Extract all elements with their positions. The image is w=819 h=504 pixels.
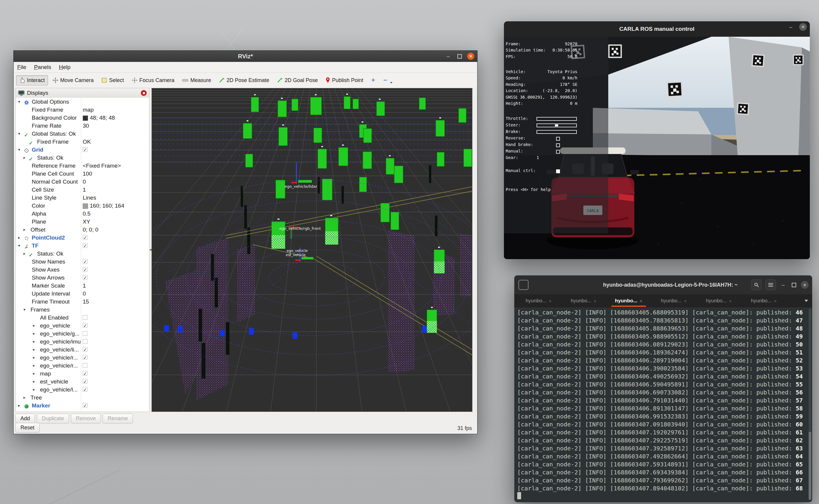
- row-frame-rate[interactable]: Frame Rate30: [16, 122, 149, 130]
- terminal-tab-5[interactable]: hyunbo...: [696, 294, 741, 307]
- row-pointcloud2[interactable]: PointCloud2: [16, 234, 149, 242]
- menu-help[interactable]: Help: [59, 64, 70, 70]
- checkbox[interactable]: [83, 235, 87, 240]
- row-frame-ego-imu[interactable]: ego_vehicle/imu: [16, 338, 149, 346]
- tab-close-icon[interactable]: [594, 298, 596, 304]
- expander-icon[interactable]: [23, 154, 25, 162]
- tab-overflow-chevron-icon[interactable]: [804, 300, 808, 302]
- checkbox[interactable]: [83, 379, 87, 384]
- remove-tool-button[interactable]: −: [380, 76, 391, 85]
- row-tf-status[interactable]: ✓Status: Ok: [16, 250, 149, 258]
- expander-icon[interactable]: [23, 226, 25, 234]
- reset-button[interactable]: Reset: [15, 423, 39, 433]
- checkbox[interactable]: [83, 371, 87, 376]
- panel-close-icon[interactable]: [141, 90, 147, 96]
- tool-2d-pose-estimate[interactable]: 2D Pose Estimate: [216, 75, 273, 86]
- row-plane[interactable]: PlaneXY: [16, 218, 149, 226]
- displays-header[interactable]: Displays: [16, 88, 149, 98]
- row-frame-ego-radar[interactable]: ego_vehicle/r...: [16, 362, 149, 370]
- expander-icon[interactable]: [18, 234, 20, 242]
- maximize-button[interactable]: [456, 53, 463, 60]
- expander-icon[interactable]: [33, 362, 35, 370]
- expander-icon[interactable]: [33, 322, 35, 330]
- row-reference-frame[interactable]: Reference Frame<Fixed Frame>: [16, 162, 149, 170]
- expander-icon[interactable]: [33, 330, 35, 338]
- menu-file[interactable]: File: [17, 64, 26, 70]
- maximize-button[interactable]: [790, 281, 797, 288]
- row-frame-est-vehicle[interactable]: est_vehicle: [16, 378, 149, 386]
- tab-close-icon[interactable]: [640, 298, 642, 304]
- expander-icon[interactable]: [18, 242, 20, 250]
- close-button[interactable]: [467, 53, 474, 60]
- minimize-button[interactable]: [445, 53, 452, 60]
- row-all-enabled[interactable]: All Enabled: [16, 314, 149, 322]
- expander-icon[interactable]: [18, 130, 20, 138]
- row-fixed-frame[interactable]: Fixed Framemap: [16, 106, 149, 114]
- expander-icon[interactable]: [23, 250, 25, 258]
- row-offset[interactable]: Offset0; 0; 0: [16, 226, 149, 234]
- tab-close-icon[interactable]: [684, 298, 687, 304]
- checkbox[interactable]: [83, 147, 87, 152]
- row-normal-cell-count[interactable]: Normal Cell Count0: [16, 178, 149, 186]
- row-line-style[interactable]: Line StyleLines: [16, 194, 149, 202]
- row-fixed-frame-status[interactable]: ✓Fixed FrameOK: [16, 138, 149, 146]
- tool-measure[interactable]: Measure: [179, 75, 214, 86]
- checkbox[interactable]: [83, 259, 87, 264]
- row-global-options[interactable]: Global Options: [16, 98, 149, 106]
- scrollbar-thumb[interactable]: [809, 432, 811, 500]
- tool-focus-camera[interactable]: Focus Camera: [128, 75, 177, 86]
- rviz-3d-viewport[interactable]: ego_vehicle/lidar ego_vehicle/rgb_front …: [151, 88, 472, 412]
- expander-icon[interactable]: [23, 394, 25, 402]
- terminal-scrollbar[interactable]: [809, 309, 811, 500]
- expander-icon[interactable]: [33, 386, 35, 394]
- terminal-titlebar[interactable]: hyunbo-adas@hyunboadas-Legion-5-Pro-16IA…: [514, 275, 812, 294]
- row-frame-ego-vehicle[interactable]: ego_vehicle: [16, 322, 149, 330]
- tool-2d-goal-pose[interactable]: 2D Goal Pose: [274, 75, 321, 86]
- expander-icon[interactable]: [23, 306, 25, 314]
- row-alpha[interactable]: Alpha0.5: [16, 210, 149, 218]
- checkbox[interactable]: [83, 347, 87, 352]
- menu-icon[interactable]: [765, 280, 776, 290]
- expander-icon[interactable]: [33, 346, 35, 354]
- row-frames[interactable]: Frames: [16, 306, 149, 314]
- row-frame-timeout[interactable]: Frame Timeout15: [16, 298, 149, 306]
- row-show-arrows[interactable]: Show Arrows: [16, 274, 149, 282]
- minimize-button[interactable]: –: [780, 281, 787, 288]
- expander-icon[interactable]: [33, 378, 35, 386]
- tab-close-icon[interactable]: [549, 298, 551, 304]
- row-marker-scale[interactable]: Marker Scale1: [16, 282, 149, 290]
- terminal-tab-6[interactable]: hyunbo...: [741, 294, 786, 307]
- add-button[interactable]: Add: [15, 414, 35, 423]
- checkbox[interactable]: [83, 315, 87, 320]
- row-show-axes[interactable]: Show Axes: [16, 266, 149, 274]
- expander-icon[interactable]: [18, 402, 20, 410]
- terminal-tab-3-active[interactable]: hyunbo...: [606, 294, 651, 307]
- terminal-tab-2[interactable]: hyunbo...: [561, 294, 606, 307]
- row-grid[interactable]: Grid: [16, 146, 149, 154]
- tool-interact[interactable]: Interact: [16, 75, 48, 86]
- row-plane-cell-count[interactable]: Plane Cell Count100: [16, 170, 149, 178]
- row-color[interactable]: Color160; 160; 164: [16, 202, 149, 210]
- add-tool-button[interactable]: +: [368, 76, 379, 85]
- close-button[interactable]: [801, 281, 809, 289]
- row-marker[interactable]: Marker: [16, 402, 149, 410]
- checkbox[interactable]: [83, 323, 87, 328]
- tool-move-camera[interactable]: Move Camera: [49, 75, 97, 86]
- tool-select[interactable]: Select: [98, 75, 127, 86]
- checkbox[interactable]: [83, 331, 87, 336]
- row-global-status[interactable]: ✓Global Status: Ok: [16, 130, 149, 138]
- expander-icon[interactable]: [18, 98, 20, 106]
- row-frame-ego-gnss[interactable]: ego_vehicle/g...: [16, 330, 149, 338]
- expander-icon[interactable]: [33, 370, 35, 378]
- row-frame-ego-lidar[interactable]: ego_vehicle/li...: [16, 346, 149, 354]
- checkbox[interactable]: [83, 243, 87, 248]
- row-show-names[interactable]: Show Names: [16, 258, 149, 266]
- row-frame-map[interactable]: map: [16, 370, 149, 378]
- minimize-button[interactable]: –: [787, 23, 794, 31]
- checkbox[interactable]: [83, 363, 87, 368]
- search-icon[interactable]: [751, 280, 762, 290]
- expander-icon[interactable]: [18, 146, 20, 154]
- checkbox[interactable]: [83, 355, 87, 360]
- checkbox[interactable]: [83, 403, 87, 408]
- terminal-output[interactable]: [carla_can_node-2] [INFO] [1688603405.68…: [514, 307, 812, 502]
